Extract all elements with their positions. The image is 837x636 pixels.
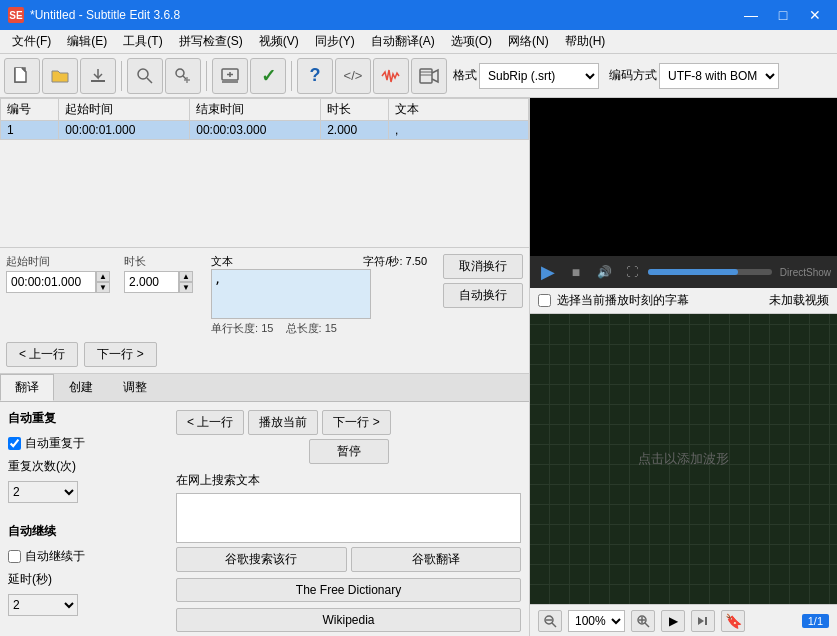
svg-point-3: [138, 69, 148, 79]
toolbar: ✓ ? </> 格式 SubRip (.srt) 编码方式 UTF-8 with…: [0, 54, 837, 98]
repeat-count-select[interactable]: 2: [8, 481, 78, 503]
subtitle-select-checkbox[interactable]: [538, 294, 551, 307]
svg-point-5: [176, 69, 184, 77]
menu-bar: 文件(F) 编辑(E) 工具(T) 拼写检查(S) 视频(V) 同步(Y) 自动…: [0, 30, 837, 54]
maximize-button[interactable]: □: [769, 1, 797, 29]
google-translate-button[interactable]: 谷歌翻译: [351, 547, 522, 572]
close-button[interactable]: ✕: [801, 1, 829, 29]
duration-input[interactable]: [124, 271, 179, 293]
toolbar-sep-1: [121, 61, 122, 91]
line-length-label: 单行长度:: [211, 322, 258, 334]
prev-line-button[interactable]: < 上一行: [6, 342, 78, 367]
edit-stats: 单行长度: 15 总长度: 15: [211, 321, 427, 336]
menu-edit[interactable]: 编辑(E): [59, 31, 115, 52]
new-button[interactable]: [4, 58, 40, 94]
menu-auto-translate[interactable]: 自动翻译(A): [363, 31, 443, 52]
video-player: ▶ ■ 🔊 ⛶ DirectShow: [530, 98, 837, 288]
toolbar-sep-3: [291, 61, 292, 91]
frame-step-button[interactable]: [691, 610, 715, 632]
minimize-button[interactable]: —: [737, 1, 765, 29]
menu-tools[interactable]: 工具(T): [115, 31, 170, 52]
trans-next-button[interactable]: 下一行 >: [322, 410, 390, 435]
menu-sync[interactable]: 同步(Y): [307, 31, 363, 52]
col-end: 结束时间: [190, 99, 321, 121]
play-button[interactable]: ▶: [536, 260, 560, 284]
translation-center: < 上一行 播放当前 下一行 > 暂停 在网上搜索文本 谷歌搜索该行 谷歌翻译 …: [176, 410, 521, 632]
auto-split-button[interactable]: 自动换行: [443, 283, 523, 308]
edit-bar: 起始时间 ▲ ▼ 时长 ▲ ▼: [0, 248, 529, 374]
free-dictionary-button[interactable]: The Free Dictionary: [176, 578, 521, 602]
code-button[interactable]: </>: [335, 58, 371, 94]
zoom-out-button[interactable]: [538, 610, 562, 632]
col-text: 文本: [389, 99, 529, 121]
tab-bar: 翻译 创建 调整: [0, 374, 529, 402]
open-button[interactable]: [42, 58, 78, 94]
action-buttons: 取消换行 自动换行: [443, 254, 523, 308]
title-bar: SE *Untitled - Subtitle Edit 3.6.8 — □ ✕: [0, 0, 837, 30]
duration-up[interactable]: ▲: [179, 271, 193, 282]
wikipedia-button[interactable]: Wikipedia: [176, 608, 521, 632]
subtitle-header-label: 选择当前播放时刻的字幕: [557, 292, 689, 309]
insert-sub-button[interactable]: [212, 58, 248, 94]
spell-check-button[interactable]: ✓: [250, 58, 286, 94]
cell-start: 00:00:01.000: [59, 121, 190, 140]
search-button[interactable]: [127, 58, 163, 94]
left-panel: 编号 起始时间 结束时间 时长 文本 1 00:00:01.000 00:00:…: [0, 98, 530, 636]
repeat-count-label: 重复次数(次): [8, 458, 76, 475]
zoom-in-button[interactable]: [631, 610, 655, 632]
right-panel: ▶ ■ 🔊 ⛶ DirectShow 选择当前播放时刻的字幕 未加载视频 点击: [530, 98, 837, 636]
download-button[interactable]: [80, 58, 116, 94]
play-footer-button[interactable]: ▶: [661, 610, 685, 632]
stop-button[interactable]: ■: [564, 260, 588, 284]
trans-play-current-button[interactable]: 播放当前: [248, 410, 318, 435]
menu-help[interactable]: 帮助(H): [557, 31, 614, 52]
duration-down[interactable]: ▼: [179, 282, 193, 293]
menu-video[interactable]: 视频(V): [251, 31, 307, 52]
start-time-down[interactable]: ▼: [96, 282, 110, 293]
delay-select[interactable]: 2: [8, 594, 78, 616]
delay-row: 延时(秒): [8, 571, 168, 588]
table-row[interactable]: 1 00:00:01.000 00:00:03.000 2.000 ,: [1, 121, 529, 140]
window-title: *Untitled - Subtitle Edit 3.6.8: [30, 8, 737, 22]
search-replace-button[interactable]: [165, 58, 201, 94]
svg-rect-2: [91, 80, 105, 82]
encoding-select[interactable]: UTF-8 with BOM: [659, 63, 779, 89]
encoding-label: 编码方式: [609, 67, 657, 84]
menu-file[interactable]: 文件(F): [4, 31, 59, 52]
search-text-input[interactable]: [176, 493, 521, 543]
bookmark-button[interactable]: 🔖: [721, 610, 745, 632]
cancel-split-button[interactable]: 取消换行: [443, 254, 523, 279]
menu-options[interactable]: 选项(O): [443, 31, 500, 52]
fullscreen-button[interactable]: ⛶: [620, 260, 644, 284]
app-icon: SE: [8, 7, 24, 23]
trans-prev-button[interactable]: < 上一行: [176, 410, 244, 435]
svg-line-4: [147, 78, 152, 83]
help-button[interactable]: ?: [297, 58, 333, 94]
waveform-button[interactable]: [373, 58, 409, 94]
tab-adjust[interactable]: 调整: [108, 374, 162, 401]
volume-button[interactable]: 🔊: [592, 260, 616, 284]
format-select[interactable]: SubRip (.srt): [479, 63, 599, 89]
zoom-select[interactable]: 100%: [568, 610, 625, 632]
trans-pause-button[interactable]: 暂停: [309, 439, 389, 464]
google-search-button[interactable]: 谷歌搜索该行: [176, 547, 347, 572]
start-time-up[interactable]: ▲: [96, 271, 110, 282]
translate-tab-content: 自动重复 自动重复于 重复次数(次) 2 自动继续 自动: [0, 402, 529, 636]
auto-continue-checkbox[interactable]: [8, 550, 21, 563]
menu-network[interactable]: 网络(N): [500, 31, 557, 52]
start-time-input[interactable]: [6, 271, 96, 293]
subtitle-screen[interactable]: 点击以添加波形: [530, 314, 837, 604]
cell-text: ,: [389, 121, 529, 140]
tab-create[interactable]: 创建: [54, 374, 108, 401]
menu-spellcheck[interactable]: 拼写检查(S): [171, 31, 251, 52]
auto-repeat-check-label[interactable]: 自动重复于: [8, 435, 168, 452]
progress-bar[interactable]: [648, 269, 772, 275]
auto-continue-check-label[interactable]: 自动继续于: [8, 548, 168, 565]
tab-translate[interactable]: 翻译: [0, 374, 54, 401]
auto-repeat-checkbox[interactable]: [8, 437, 21, 450]
next-line-button[interactable]: 下一行 >: [84, 342, 156, 367]
video-button[interactable]: [411, 58, 447, 94]
subtitle-text-input[interactable]: ,: [211, 269, 371, 319]
chars-per-sec: 字符/秒: 7.50: [363, 254, 427, 269]
repeat-count-row: 重复次数(次): [8, 458, 168, 475]
